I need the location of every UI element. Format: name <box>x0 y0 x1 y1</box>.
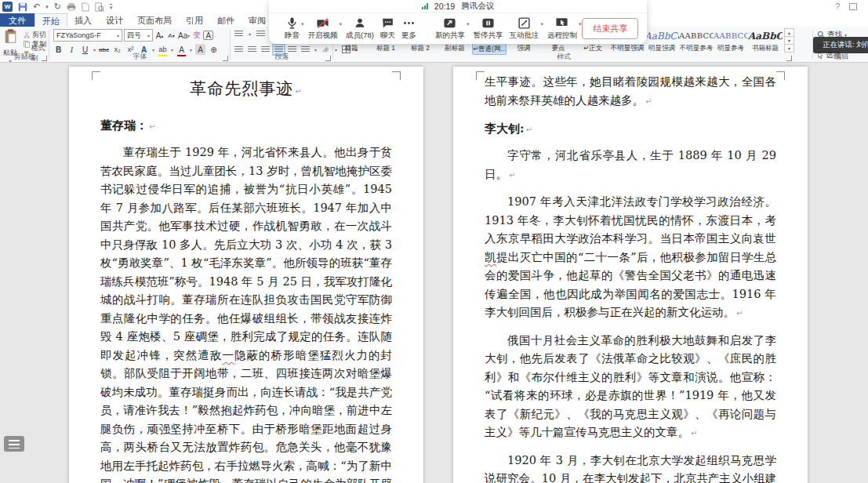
numbering-icon[interactable] <box>256 31 265 38</box>
pause-icon <box>481 16 496 30</box>
cut-button[interactable]: 剪切 <box>24 30 49 39</box>
change-case-button[interactable]: Aa▾ <box>178 30 190 41</box>
annotation-pen-icon <box>518 16 531 30</box>
paragraph[interactable]: 俄国十月社会主义革命的胜利极大地鼓舞和启发了李大钊，他先后发表了《法俄革命之比较… <box>485 332 776 443</box>
spellcheck-red-underline: 凯 <box>485 251 496 263</box>
chat-button[interactable]: 聊天 <box>377 16 398 41</box>
start-video-button[interactable]: 开启视频 <box>305 16 341 41</box>
character-border-button[interactable]: A <box>203 31 213 40</box>
tab-review[interactable]: 审阅 <box>242 13 273 27</box>
microphone-icon <box>285 16 299 30</box>
paragraph[interactable]: 生平事迹。这些年，她目睹着陵园规模越来越大，全国各地前来祭拜英雄的人越来越多。↵ <box>485 73 776 111</box>
tab-page-layout[interactable]: 页面布局 <box>130 13 179 27</box>
end-share-button[interactable]: 结束共享 <box>582 18 638 39</box>
video-options-caret-icon[interactable]: ▾ <box>340 21 343 27</box>
qat-customize-icon[interactable]: ▾ <box>110 4 113 10</box>
tab-insert[interactable]: 插入 <box>67 13 99 27</box>
margin-crop-mark <box>476 71 485 80</box>
style-intense-emphasis[interactable]: AaBbCcD.明显强调 <box>645 28 679 55</box>
margin-crop-mark <box>392 71 401 80</box>
camera-off-icon <box>315 16 330 30</box>
speaking-toast: 正在讲话: 刘伟 <box>813 37 868 53</box>
font-dialog-launcher[interactable] <box>223 56 228 61</box>
paragraph[interactable]: 字守常，河北省乐亭县人，生于 1889 年 10 月 29 日。↵ <box>485 147 776 184</box>
meeting-buttons-row: 静音 ▾ 开启视频 ▾ 成员(78) 聊天 更多 新 <box>269 13 647 43</box>
tab-home[interactable]: 开始 <box>35 13 67 27</box>
font-name-select[interactable]: FZYaSongS-F▾ <box>53 29 122 42</box>
paragraph[interactable]: 董存瑞生于 1929 年，河北省怀来县人。他出身于贫苦农民家庭。当过儿童团长，1… <box>100 143 392 483</box>
tab-design[interactable]: 设计 <box>99 13 130 27</box>
paragraph[interactable]: 1920 年 3 月，李大钊在北京大学发起组织马克思学说研究会。10 月，在李大… <box>485 452 776 483</box>
paste-icon <box>4 28 17 45</box>
document-area: 革命先烈事迹↵ 董存瑞：↵ 董存瑞生于 1929 年，河北省怀来县人。他出身于贫… <box>0 64 868 483</box>
list-icon <box>9 440 20 448</box>
font-size-select[interactable]: 四号▾ <box>124 29 153 42</box>
new-share-button[interactable]: 新的共享 <box>432 16 468 41</box>
print-preview-icon[interactable] <box>95 2 104 12</box>
remote-control-icon <box>554 16 569 30</box>
paragraph-mark: ↵ <box>509 171 515 180</box>
paragraph[interactable]: 1907 年考入天津北洋法政专门学校学习政治经济。1913 年冬，李大钊怀着忧国… <box>485 193 776 323</box>
window-controls: ? <box>835 2 857 11</box>
meeting-time: 20:19 <box>434 2 455 11</box>
styles-dialog-launcher[interactable] <box>786 56 792 61</box>
group-clipboard: 粘贴 ▾ 剪切 复制 格式刷 剪贴板 <box>0 27 49 63</box>
clipboard-dialog-launcher[interactable] <box>42 56 47 61</box>
phonetic-guide-button[interactable]: 变 <box>191 30 202 41</box>
document-page-2: 生平事迹。这些年，她目睹着陵园规模越来越大，全国各地前来祭拜英雄的人越来越多。↵… <box>453 67 808 483</box>
style-book-title[interactable]: AaBbCcD.书籍标题 <box>748 28 783 55</box>
tab-mailings[interactable]: 邮件 <box>210 13 242 27</box>
section-heading-dongcunrui[interactable]: 董存瑞：↵ <box>100 118 392 133</box>
printer-icon[interactable] <box>67 2 76 11</box>
style-subtle-reference[interactable]: AABBCCD不明显参考 <box>679 28 714 55</box>
spellcheck-red-underline: 一 <box>222 349 234 361</box>
styles-gallery-scroll: ▴ ▾ ▾ <box>784 28 794 52</box>
members-button[interactable]: 成员(78) <box>343 16 377 41</box>
meeting-status-bar[interactable]: 20:19 腾讯会议 <box>269 0 647 13</box>
new-document-icon[interactable] <box>82 2 89 12</box>
margin-crop-mark <box>776 71 785 80</box>
tab-file[interactable]: 文件 <box>0 13 35 27</box>
meeting-app-name: 腾讯会议 <box>461 1 494 12</box>
save-icon[interactable] <box>18 2 27 12</box>
paragraph-mark: ↵ <box>295 87 302 96</box>
pause-share-button[interactable]: 暂停共享 <box>470 16 506 41</box>
screen: W ↶ ▾ ↻ ▾ ? 文件 开始 插入 设计 页面布局 引用 邮件 审阅 视图… <box>0 0 868 483</box>
undo-caret-icon[interactable]: ▾ <box>45 2 49 12</box>
annotation-panel-button[interactable] <box>4 436 24 452</box>
share-options-caret-icon[interactable]: ▾ <box>467 21 470 27</box>
speaking-text: 正在讲话: 刘伟 <box>823 40 868 50</box>
ellipsis-icon <box>402 16 416 30</box>
share-screen-icon <box>442 16 457 30</box>
ribbon-options-icon[interactable] <box>849 3 857 10</box>
document-page-1: 革命先烈事迹↵ 董存瑞：↵ 董存瑞生于 1929 年，河北省怀来县人。他出身于贫… <box>69 67 423 483</box>
paragraph-mark: ↵ <box>736 309 743 318</box>
annotate-caret-icon[interactable]: ▾ <box>540 21 543 27</box>
paragraph-mark: ↵ <box>526 125 532 134</box>
style-intense-reference[interactable]: AABBCCI明显参考 <box>714 28 748 55</box>
quick-access-toolbar: W ↶ ▾ ↻ ▾ <box>2 1 112 13</box>
document-title[interactable]: 革命先烈事迹↵ <box>100 78 392 100</box>
margin-crop-mark <box>92 71 100 80</box>
shrink-font-button[interactable]: A▾ <box>166 30 176 41</box>
mute-options-caret-icon[interactable]: ▾ <box>301 21 304 27</box>
group-font: FZYaSongS-F▾ 四号▾ A▴ A▾ Aa▾ 变 A B I U ▾ a… <box>50 27 230 63</box>
redo-button[interactable]: ↻ <box>54 2 61 12</box>
more-button[interactable]: 更多 <box>398 16 419 41</box>
remote-caret-icon[interactable]: ▾ <box>579 21 582 27</box>
help-icon[interactable]: ? <box>835 2 840 11</box>
bullets-icon[interactable] <box>234 31 243 38</box>
paragraph-dialog-launcher[interactable] <box>325 56 331 61</box>
word-app-icon: W <box>2 2 13 12</box>
font-size-caret-icon: ▾ <box>147 33 150 38</box>
section-heading-lidazhao[interactable]: 李大钊:↵ <box>485 122 776 136</box>
tab-references[interactable]: 引用 <box>179 13 210 27</box>
grow-font-button[interactable]: A▴ <box>154 30 165 41</box>
mute-button[interactable]: 静音 <box>281 16 303 41</box>
annotate-button[interactable]: 互动批注 <box>506 16 542 41</box>
remote-control-button[interactable]: 远程控制 <box>544 16 580 41</box>
undo-button[interactable]: ↶ <box>33 2 40 12</box>
copy-icon <box>24 41 31 48</box>
paragraph-mark: ↵ <box>691 429 697 438</box>
person-icon <box>354 16 366 30</box>
